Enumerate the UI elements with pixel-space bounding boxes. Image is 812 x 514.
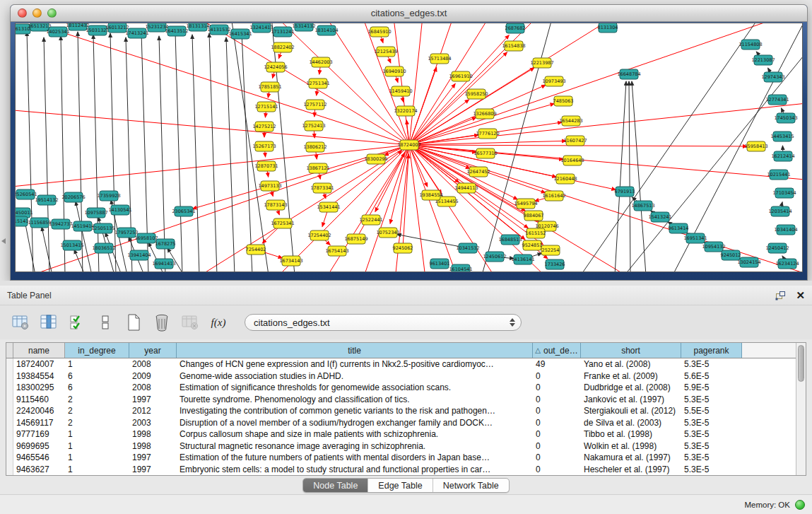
graph-node[interactable]: 17873143 [264,200,287,210]
graph-node[interactable]: 12870731 [254,161,278,171]
graph-node[interactable]: 17776120 [476,129,499,139]
graph-node[interactable]: 11459410 [389,86,412,96]
graph-node[interactable]: 13241413 [249,23,273,33]
graph-node[interactable]: 9245012 [721,250,741,260]
graph-node[interactable]: 16875149 [344,234,367,244]
graph-node[interactable]: 12035414 [768,206,792,216]
table-row[interactable]: 1830029562008Estimation of significance … [6,382,796,394]
graph-node[interactable]: 9613414 [669,223,689,233]
graph-node[interactable]: 10973493 [542,76,565,86]
graph-node[interactable]: 19384554 [419,190,442,200]
window-titlebar[interactable]: citations_edges.txt [11,5,807,22]
row-height-button[interactable] [95,312,116,333]
graph-node[interactable]: 10341532 [456,243,479,253]
column-header-in_degree[interactable]: in_degree [65,343,129,358]
graph-node[interactable]: 15958413 [744,141,767,151]
graph-node[interactable]: 20206576 [61,192,85,202]
graph-node[interactable]: 12751341 [306,78,329,88]
column-header-title[interactable]: title [177,343,533,358]
table-row[interactable]: 2242004622012Investigating the contribut… [6,405,796,417]
graph-node[interactable]: 16961910 [449,71,472,81]
new-column-button[interactable] [123,312,144,333]
graph-node[interactable]: 13220174 [394,106,417,116]
float-panel-icon[interactable] [775,291,786,300]
column-header-out_degree[interactable]: △out_de… [533,343,581,358]
table-row[interactable]: 911546021997Tourette syndrome. Phenomeno… [6,394,796,406]
network-canvas[interactable]: 1872400716154838122139871097349374850631… [16,23,803,272]
graph-node[interactable]: 16940910 [382,66,406,76]
table-row[interactable]: 1938455462009Genome-wide association stu… [6,370,796,382]
column-header-pagerank[interactable]: pagerank [681,343,742,358]
graph-node[interactable]: 16161642 [542,191,565,201]
graph-node[interactable]: 16413512 [165,26,188,36]
horizontal-splitter[interactable] [0,281,812,286]
graph-node[interactable]: 13942737 [49,219,72,229]
graph-node[interactable]: 16845910 [367,27,391,37]
graph-node[interactable]: 14944113 [454,183,478,193]
graph-node[interactable]: 1678275 [155,239,176,249]
graph-node[interactable]: 18300295 [364,154,387,164]
table-row[interactable]: 977716911998Corpus callosum shape and si… [6,428,796,440]
graph-node[interactable]: 12505135 [91,223,114,233]
graph-node[interactable]: 13867121 [306,163,329,173]
graph-node[interactable]: 11156859 [28,218,51,228]
graph-node[interactable]: 12647452 [466,167,490,177]
graph-node[interactable]: 14973133 [258,181,281,191]
graph-node[interactable]: 18131314 [186,23,209,31]
graph-node[interactable]: 13941404 [127,250,151,260]
graph-node[interactable]: 16951341 [683,233,707,243]
graph-node[interactable]: 7485063 [553,96,574,106]
graph-node[interactable]: 12213987 [530,58,553,68]
graph-node[interactable]: 23065341 [172,206,195,216]
graph-node[interactable]: 15013415 [60,240,83,250]
graph-node[interactable]: 17873341 [310,183,334,193]
graph-node[interactable]: 10164648 [560,156,584,165]
column-header-short[interactable]: short [581,343,681,358]
graph-node[interactable]: 14136141 [511,255,534,264]
graph-node[interactable]: 16941413 [152,259,175,269]
table-row[interactable]: 946554611997Estimation of the future num… [6,452,796,464]
graph-node[interactable]: 12125439 [374,47,397,57]
graph-node[interactable]: 15341441 [317,202,340,212]
graph-node[interactable]: 16415341 [228,29,252,39]
select-columns-button[interactable] [66,312,88,333]
graph-node[interactable]: 7254402 [246,245,266,255]
graph-node[interactable]: 9884067 [524,211,544,221]
graph-node[interactable]: 18036512 [92,243,115,253]
graph-node[interactable]: 11154808 [739,40,762,49]
graph-node[interactable]: 1733426 [545,259,565,269]
graph-node[interactable]: 12450612 [483,252,506,262]
graph-node[interactable]: 10975887 [84,208,107,218]
graph-node[interactable]: 16577310 [473,148,497,158]
graph-node[interactable]: 16754143 [325,246,348,256]
delete-column-button[interactable] [151,312,172,333]
graph-node[interactable]: 18822402 [271,42,294,52]
graph-node[interactable]: 16848513 [498,235,522,245]
graph-node[interactable]: 16725341 [271,218,294,228]
table-vertical-scrollbar[interactable] [796,343,806,475]
graph-node[interactable]: 14131532 [207,25,230,35]
graph-node[interactable]: 14867513 [631,201,654,211]
graph-node[interactable]: 12213087 [751,55,775,65]
graph-node[interactable]: 14275212 [252,122,276,132]
graph-node[interactable]: 16104541 [449,264,472,272]
graph-node[interactable]: 10752341 [376,228,399,238]
graph-node[interactable]: 16212414 [771,151,794,161]
graph-node[interactable]: 1615152 [526,228,546,238]
table-row[interactable]: 969969511998Structural magnetic resonanc… [6,440,796,452]
graph-node[interactable]: 12715141 [254,102,278,112]
tab-edge-table[interactable]: Edge Table [368,479,433,492]
function-builder-button[interactable]: f(x) [208,312,229,333]
graph-node[interactable]: 11607427 [563,136,587,146]
graph-node[interactable]: 16234124 [775,259,799,269]
graph-node[interactable]: 15267173 [252,141,276,151]
graph-node[interactable]: 6791913 [615,187,635,197]
graph-node[interactable]: 12757112 [303,100,326,110]
tab-network-table[interactable]: Network Table [433,479,509,492]
graph-node[interactable]: 17851851 [258,82,281,92]
table-options-button[interactable] [10,312,31,333]
graph-node[interactable]: 25260541 [16,189,37,199]
graph-node[interactable]: 14130541 [108,205,131,215]
graph-node[interactable]: 8131304 [598,23,618,33]
graph-node[interactable]: 17450343 [774,113,797,123]
